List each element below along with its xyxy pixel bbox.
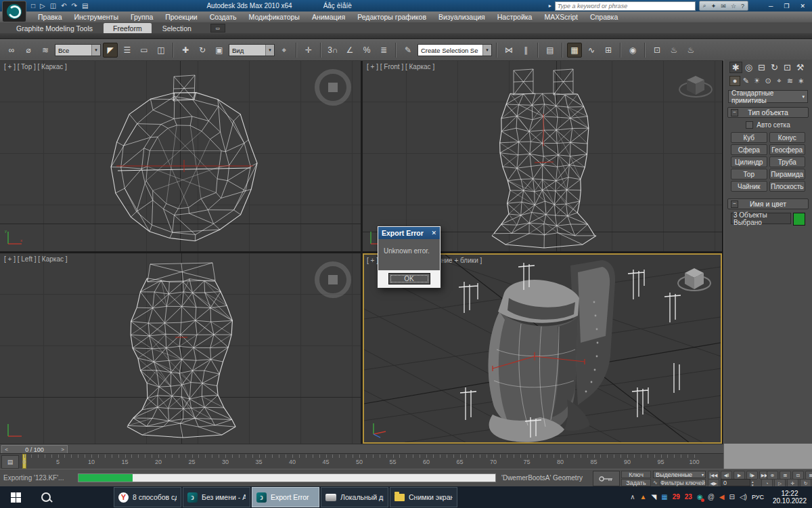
network-icon[interactable]: ⊟	[729, 494, 734, 501]
shapes-icon[interactable]: ✎	[740, 76, 751, 86]
viewport-perspective-label-suffix[interactable]: ние + блики ]	[441, 257, 482, 264]
tab-modify-icon[interactable]: ◎	[742, 62, 755, 73]
render-production-icon[interactable]: ♨	[667, 43, 681, 58]
mini-curve-editor-button[interactable]: ▤	[1, 455, 19, 469]
reference-coordinate-dropdown[interactable]: Вид▾	[229, 44, 275, 56]
close-button[interactable]: ✕	[800, 3, 805, 9]
viewcube[interactable]	[676, 261, 713, 298]
viewport-top-label[interactable]: [ + ] [ Top ] [ Каркас ]	[4, 63, 67, 70]
primitive-button-2[interactable]: Сфера	[731, 144, 767, 155]
angle-snap-icon[interactable]: ∠	[342, 43, 357, 58]
set-key-button[interactable]: Ключ	[621, 471, 651, 478]
menu-item-9[interactable]: Настройка	[492, 12, 538, 22]
taskbar-button-3[interactable]: Локальный диск ...	[321, 487, 388, 507]
edit-named-selections-icon[interactable]: ✎	[401, 43, 415, 58]
cpu-temp-value[interactable]: 29	[673, 494, 680, 501]
taskbar-clock[interactable]: 12:22 20.10.2022	[769, 490, 807, 505]
named-selection-sets-dropdown[interactable]: Create Selection Se▾	[418, 44, 492, 56]
selection-filter-dropdown[interactable]: Все▾	[55, 44, 101, 56]
infocenter-search-icon[interactable]: ⌕	[703, 2, 706, 9]
geometry-icon[interactable]: ●	[729, 76, 740, 86]
viewport-front[interactable]: [ + ] [ Front ] [ Каркас ]	[363, 61, 722, 251]
select-and-scale-icon[interactable]: ▣	[212, 43, 227, 58]
select-object-icon[interactable]: ◤	[103, 43, 118, 58]
bind-to-space-warp-icon[interactable]: ≋	[38, 43, 53, 58]
render-setup-icon[interactable]: ◉	[625, 43, 640, 58]
primitive-button-4[interactable]: Цилиндр	[731, 156, 767, 167]
ribbon-tab-1[interactable]: Freeform	[104, 23, 152, 33]
redo-icon[interactable]: ↷	[72, 2, 77, 9]
key-filters-button[interactable]: Фильтры ключей	[660, 479, 706, 486]
menu-item-5[interactable]: Модификаторы	[244, 12, 305, 22]
menu-item-11[interactable]: Справка	[585, 12, 623, 22]
tab-utilities-icon[interactable]: ⚒	[794, 62, 807, 73]
object-color-swatch[interactable]	[793, 213, 805, 226]
window-crossing-icon[interactable]: ◫	[154, 43, 168, 58]
previous-frame-arrow[interactable]: <	[2, 446, 11, 452]
menu-item-10[interactable]: MAXScript	[539, 12, 583, 22]
systems-icon[interactable]: ∗	[796, 76, 807, 86]
use-pivot-point-icon[interactable]: ⌖	[277, 43, 292, 58]
select-and-rotate-icon[interactable]: ↻	[195, 43, 210, 58]
layer-manager-icon[interactable]: ▤	[543, 43, 558, 58]
cursor-tool-icon[interactable]: ◥	[651, 494, 656, 501]
current-frame-field[interactable]: 0	[721, 479, 750, 486]
viewport-left-label[interactable]: [ + ] [ Left ] [ Каркас ]	[4, 255, 68, 263]
rollout-name-color[interactable]: − Имя и цвет	[727, 198, 809, 209]
select-and-link-icon[interactable]: ∞	[4, 43, 19, 58]
curve-editor-icon[interactable]: ∿	[584, 43, 599, 58]
language-indicator[interactable]: РУС	[752, 494, 764, 501]
primitive-button-8[interactable]: Чайник	[731, 181, 767, 192]
favorites-icon[interactable]: ☆	[731, 3, 736, 9]
select-and-manipulate-icon[interactable]: ✛	[301, 43, 316, 58]
select-and-move-icon[interactable]: ✚	[178, 43, 193, 58]
primitive-category-dropdown[interactable]: Стандартные примитивы▾	[728, 90, 808, 103]
mirror-icon[interactable]: ⋈	[501, 43, 516, 58]
utorrent-icon[interactable]: ▲	[640, 494, 647, 501]
menu-item-1[interactable]: Инструменты	[68, 12, 123, 22]
infocenter-search-input[interactable]	[555, 1, 696, 11]
dialog-close-icon[interactable]: ✕	[431, 230, 436, 236]
viewport-front-label[interactable]: [ + ] [ Front ] [ Каркас ]	[367, 63, 434, 70]
schematic-view-icon[interactable]: ⊞	[601, 43, 616, 58]
primitive-button-6[interactable]: Тор	[731, 169, 767, 179]
graphite-ribbon-toggle-icon[interactable]: ▦	[567, 43, 582, 58]
key-tangent-icon[interactable]: ∿	[653, 480, 658, 486]
taskbar-button-0[interactable]: Y8 способов сдел...	[114, 487, 181, 507]
primitive-button-1[interactable]: Конус	[769, 132, 806, 143]
tray-expand-icon[interactable]: ∧	[630, 494, 635, 501]
time-slider-track[interactable]: < 0 / 100 >	[0, 444, 723, 453]
object-name-field[interactable]: 3 Объекты Выбрано	[731, 213, 791, 224]
open-file-icon[interactable]: ▷	[40, 2, 45, 9]
audio-app-icon[interactable]: ◀	[719, 494, 725, 501]
ribbon-tab-2[interactable]: Selection	[153, 23, 201, 33]
subscription-center-icon[interactable]: ✦	[711, 3, 717, 9]
spinner-snap-icon[interactable]: ≣	[376, 43, 391, 58]
taskbar-button-2[interactable]: ϶Export Error	[252, 487, 319, 507]
viewport-top[interactable]: [ + ] [ Top ] [ Каркас ] yx	[0, 61, 361, 251]
rectangular-selection-icon[interactable]: ▭	[137, 43, 152, 58]
gpu-temp-value[interactable]: 23	[685, 494, 692, 501]
ribbon-tab-0[interactable]: Graphite Modeling Tools	[7, 23, 102, 33]
toggle-set-key-button[interactable]	[593, 471, 620, 486]
gpu-monitor-icon[interactable]: ▦	[661, 494, 667, 501]
cameras-icon[interactable]: ⊙	[763, 76, 773, 86]
rollout-object-type[interactable]: − Тип объекта	[727, 107, 809, 118]
space-warps-icon[interactable]: ≋	[785, 76, 796, 86]
render-iterative-icon[interactable]: ♨	[683, 43, 698, 58]
ribbon-minimize-icon[interactable]: ▭	[210, 24, 225, 33]
menu-item-7[interactable]: Редакторы графиков	[352, 12, 432, 22]
viewport-left[interactable]: [ + ] [ Left ] [ Каркас ]	[0, 253, 361, 444]
select-by-name-icon[interactable]: ☰	[120, 43, 135, 58]
tab-display-icon[interactable]: ⊡	[781, 62, 794, 73]
primitive-button-7[interactable]: Пирамида	[769, 169, 806, 179]
lights-icon[interactable]: ☀	[752, 76, 763, 86]
align-icon[interactable]: ∥	[518, 43, 533, 58]
menu-item-0[interactable]: Правка	[32, 12, 67, 22]
track-bar[interactable]: ▤ 05101520253035404550556065707580859095…	[0, 453, 723, 469]
snaps-toggle-icon[interactable]: 3∩	[325, 43, 340, 58]
new-scene-icon[interactable]: □	[31, 2, 35, 9]
tray-app-icon[interactable]: @	[708, 494, 715, 501]
help-icon[interactable]: ?	[741, 3, 744, 9]
project-folder-icon[interactable]: ▤	[82, 2, 88, 9]
